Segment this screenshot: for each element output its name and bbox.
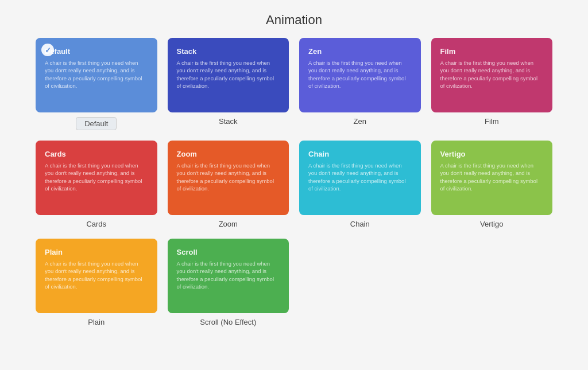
card-title-film: Film bbox=[440, 47, 544, 56]
page-title: Animation bbox=[0, 0, 588, 38]
animation-item-default: Default A chair is the first thing you n… bbox=[36, 38, 157, 130]
card-title-cards: Cards bbox=[45, 150, 148, 158]
card-desc-chain: A chair is the first thing you need when… bbox=[308, 162, 412, 192]
empty-cell-2 bbox=[431, 239, 553, 326]
grid-row-1: Default A chair is the first thing you n… bbox=[36, 38, 552, 130]
card-desc-vertigo: A chair is the first thing you need when… bbox=[440, 162, 544, 192]
card-desc-zoom: A chair is the first thing you need when… bbox=[177, 162, 280, 192]
animation-item-film: Film A chair is the first thing you need… bbox=[431, 38, 553, 130]
animation-item-scroll: Scroll A chair is the first thing you ne… bbox=[168, 239, 289, 326]
grid-row-2: Cards A chair is the first thing you nee… bbox=[36, 141, 552, 228]
card-title-stack: Stack bbox=[177, 47, 280, 56]
grid-row-3: Plain A chair is the first thing you nee… bbox=[36, 239, 552, 326]
item-label-vertigo[interactable]: Vertigo bbox=[480, 220, 503, 228]
card-preview-vertigo[interactable]: Vertigo A chair is the first thing you n… bbox=[431, 141, 553, 215]
card-title-scroll: Scroll bbox=[177, 248, 280, 256]
card-title-vertigo: Vertigo bbox=[440, 150, 544, 158]
card-desc-film: A chair is the first thing you need when… bbox=[440, 59, 544, 89]
card-title-default: Default bbox=[45, 47, 148, 56]
card-title-chain: Chain bbox=[308, 150, 412, 158]
card-preview-film[interactable]: Film A chair is the first thing you need… bbox=[431, 38, 553, 112]
animation-item-vertigo: Vertigo A chair is the first thing you n… bbox=[431, 141, 553, 228]
card-desc-plain: A chair is the first thing you need when… bbox=[45, 260, 148, 290]
animation-item-zen: Zen A chair is the first thing you need … bbox=[299, 38, 421, 130]
item-label-stack[interactable]: Stack bbox=[219, 117, 238, 126]
empty-cell-1 bbox=[299, 239, 421, 326]
item-label-film[interactable]: Film bbox=[485, 117, 499, 126]
card-title-plain: Plain bbox=[45, 248, 148, 256]
item-label-zen[interactable]: Zen bbox=[354, 117, 366, 126]
item-label-zoom[interactable]: Zoom bbox=[219, 220, 238, 228]
card-preview-stack[interactable]: Stack A chair is the first thing you nee… bbox=[168, 38, 289, 112]
animation-item-stack: Stack A chair is the first thing you nee… bbox=[168, 38, 289, 130]
item-label-plain[interactable]: Plain bbox=[88, 318, 105, 326]
selected-check-icon bbox=[41, 44, 54, 56]
card-desc-scroll: A chair is the first thing you need when… bbox=[177, 260, 280, 290]
item-label-chain[interactable]: Chain bbox=[350, 220, 370, 228]
animation-item-plain: Plain A chair is the first thing you nee… bbox=[36, 239, 157, 326]
card-preview-zoom[interactable]: Zoom A chair is the first thing you need… bbox=[168, 141, 289, 215]
card-desc-cards: A chair is the first thing you need when… bbox=[45, 162, 148, 192]
card-preview-default[interactable]: Default A chair is the first thing you n… bbox=[36, 38, 157, 112]
card-desc-default: A chair is the first thing you need when… bbox=[45, 59, 148, 89]
card-preview-cards[interactable]: Cards A chair is the first thing you nee… bbox=[36, 141, 157, 215]
item-label-default[interactable]: Default bbox=[76, 117, 117, 130]
animation-item-zoom: Zoom A chair is the first thing you need… bbox=[168, 141, 289, 228]
card-title-zen: Zen bbox=[308, 47, 412, 56]
card-preview-plain[interactable]: Plain A chair is the first thing you nee… bbox=[36, 239, 157, 313]
animation-grid: Default A chair is the first thing you n… bbox=[18, 38, 570, 354]
animation-item-chain: Chain A chair is the first thing you nee… bbox=[299, 141, 421, 228]
animation-item-cards: Cards A chair is the first thing you nee… bbox=[36, 141, 157, 228]
card-preview-zen[interactable]: Zen A chair is the first thing you need … bbox=[299, 38, 421, 112]
item-label-cards[interactable]: Cards bbox=[86, 220, 106, 228]
item-label-scroll[interactable]: Scroll (No Effect) bbox=[200, 318, 256, 326]
card-desc-stack: A chair is the first thing you need when… bbox=[177, 59, 280, 89]
card-desc-zen: A chair is the first thing you need when… bbox=[308, 59, 412, 89]
card-title-zoom: Zoom bbox=[177, 150, 280, 158]
card-preview-scroll[interactable]: Scroll A chair is the first thing you ne… bbox=[168, 239, 289, 313]
card-preview-chain[interactable]: Chain A chair is the first thing you nee… bbox=[299, 141, 421, 215]
